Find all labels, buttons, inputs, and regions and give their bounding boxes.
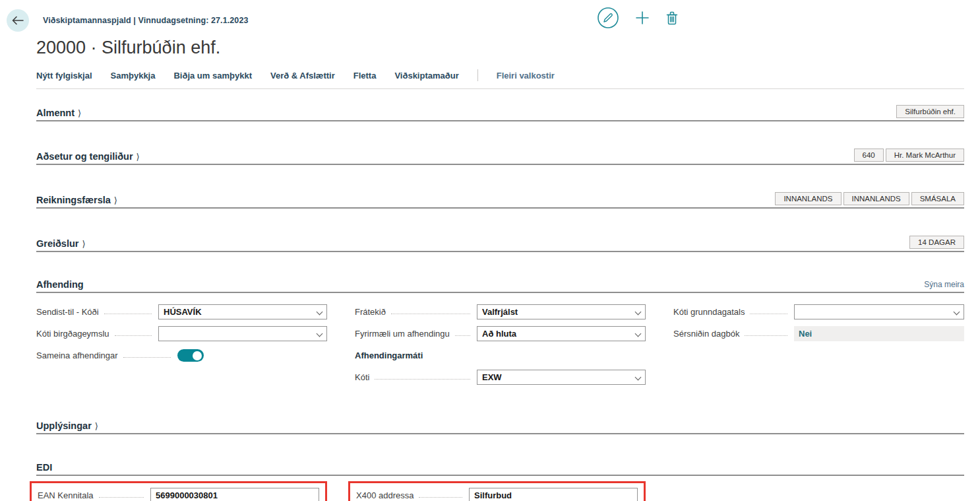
field-ean-kennitala: EAN Kennitala xyxy=(38,488,319,501)
field-sersnidin-dagbok: Sérsniðin dagbók Nei xyxy=(673,326,964,341)
dotted-leader xyxy=(115,327,152,336)
x400-addressa-field[interactable] xyxy=(469,488,638,501)
trash-icon xyxy=(665,11,679,25)
customer-card-page: Viðskiptamannaspjald | Vinnudagsetning: … xyxy=(0,0,980,501)
section-reikningsfaersla: Reikningsfærsla⟩ INNANLANDS INNANLANDS S… xyxy=(36,192,964,209)
highlight-box-ean: EAN Kennitala xyxy=(30,481,327,501)
section-greidslur: Greiðslur⟩ 14 DAGAR xyxy=(36,236,964,252)
menu-more-options[interactable]: Fleiri valkostir xyxy=(497,71,555,81)
chevron-right-icon: ⟩ xyxy=(82,239,85,249)
koti-birgdageymslu-combobox[interactable] xyxy=(158,326,327,341)
sendist-til-kodi-input[interactable] xyxy=(158,304,327,319)
fyrirmaeli-combobox[interactable] xyxy=(477,326,646,341)
chevron-right-icon: ⟩ xyxy=(137,152,140,162)
chevron-right-icon: ⟩ xyxy=(114,195,117,205)
section-upplysingar-header[interactable]: Upplýsingar⟩ xyxy=(36,420,98,431)
koti-grunndagatals-combobox[interactable] xyxy=(794,304,964,319)
chevron-right-icon: ⟩ xyxy=(78,108,81,118)
field-koti-birgdageymslu: Kóti birgðageymslu xyxy=(36,326,327,341)
x400-addressa-input[interactable] xyxy=(469,488,638,501)
field-label: Kóti birgðageymslu xyxy=(36,329,109,339)
field-fratekid: Frátekið xyxy=(355,304,646,319)
breadcrumb: Viðskiptamannaspjald | Vinnudagsetning: … xyxy=(43,16,249,25)
greidslur-summary-badge[interactable]: 14 DAGAR xyxy=(909,236,964,249)
field-fyrirmaeli-um-afhendingu: Fyrirmæli um afhendingu xyxy=(355,326,646,341)
sendist-til-kodi-combobox[interactable] xyxy=(158,304,327,319)
pencil-icon xyxy=(597,7,619,29)
reikningsfaersla-summary-badge-1[interactable]: INNANLANDS xyxy=(775,192,841,205)
dotted-leader xyxy=(123,349,171,358)
adsetur-summary-badge-contact[interactable]: Hr. Mark McArthur xyxy=(886,149,964,162)
menu-item-verd-afslaettir[interactable]: Verð & Afslættir xyxy=(270,71,335,81)
field-koti: Kóti xyxy=(355,370,646,385)
almennt-summary-badge[interactable]: Silfurbúðin ehf. xyxy=(896,105,964,118)
field-label: EAN Kennitala xyxy=(38,490,94,500)
dotted-leader xyxy=(104,305,152,314)
menu-item-nytt-fylgiskjal[interactable]: Nýtt fylgiskjal xyxy=(36,71,92,81)
afhendingarmati-group-label: Afhendingarmáti xyxy=(355,348,646,363)
menu-item-samthykkja[interactable]: Samþykkja xyxy=(111,71,156,81)
delete-button[interactable] xyxy=(665,11,679,25)
field-label: Frátekið xyxy=(355,307,386,317)
section-almennt-header[interactable]: Almennt⟩ xyxy=(36,108,81,118)
section-greidslur-header[interactable]: Greiðslur⟩ xyxy=(36,238,86,249)
afhending-fields: Sendist-til - Kóði Kóti birgðageymslu Sa… xyxy=(36,304,964,391)
fratekid-combobox[interactable] xyxy=(477,304,646,319)
section-edi: EDI xyxy=(36,462,964,476)
section-edi-header[interactable]: EDI xyxy=(36,462,52,473)
dotted-leader xyxy=(391,305,470,314)
page-title: 20000 · Silfurbúðin ehf. xyxy=(36,38,964,58)
highlight-box-x400: X400 addressa xyxy=(348,481,646,501)
section-afhending: Afhending Sýna meira xyxy=(36,279,964,293)
field-sameina-afhendingar: Sameina afhendingar xyxy=(36,348,327,363)
field-label: Fyrirmæli um afhendingu xyxy=(355,329,450,339)
menu-item-vidskiptamadur[interactable]: Viðskiptamaður xyxy=(394,71,458,81)
koti-input[interactable] xyxy=(477,370,646,385)
ean-kennitala-field[interactable] xyxy=(150,488,319,501)
field-koti-grunndagatals: Kóti grunndagatals xyxy=(673,304,964,319)
chevron-right-icon: ⟩ xyxy=(95,421,98,431)
koti-birgdageymslu-input[interactable] xyxy=(158,326,327,341)
fratekid-input[interactable] xyxy=(477,304,646,319)
field-label: Sendist-til - Kóði xyxy=(36,307,99,317)
page-actions xyxy=(597,7,679,29)
toggle-knob xyxy=(193,351,202,360)
ean-kennitala-input[interactable] xyxy=(150,488,319,501)
adsetur-summary-badge-postcode[interactable]: 640 xyxy=(854,149,884,162)
field-label: Kóti grunndagatals xyxy=(673,307,745,317)
section-upplysingar: Upplýsingar⟩ xyxy=(36,420,964,434)
section-afhending-header[interactable]: Afhending xyxy=(36,279,84,290)
section-reikningsfaersla-header[interactable]: Reikningsfærsla⟩ xyxy=(36,195,117,205)
dotted-leader xyxy=(419,488,462,498)
edi-fields: EAN Kennitala X400 addressa xyxy=(36,488,964,501)
new-button[interactable] xyxy=(635,11,650,25)
menu-item-bidja-um-samthykkt[interactable]: Biðja um samþykkt xyxy=(173,71,252,81)
back-button[interactable] xyxy=(7,9,29,32)
reikningsfaersla-summary-badge-2[interactable]: INNANLANDS xyxy=(843,192,909,205)
menu-divider xyxy=(477,69,478,81)
field-sendist-til-kodi: Sendist-til - Kóði xyxy=(36,304,327,319)
fyrirmaeli-input[interactable] xyxy=(477,326,646,341)
top-bar: Viðskiptamannaspjald | Vinnudagsetning: … xyxy=(0,9,964,32)
dotted-leader xyxy=(745,327,787,336)
menu-item-fletta[interactable]: Fletta xyxy=(353,71,377,81)
field-label: Sameina afhendingar xyxy=(36,351,118,360)
field-label: Sérsniðin dagbók xyxy=(673,329,739,339)
dotted-leader xyxy=(750,305,787,314)
field-x400-addressa: X400 addressa xyxy=(356,488,638,501)
action-menu: Nýtt fylgiskjal Samþykkja Biðja um samþy… xyxy=(36,69,964,89)
field-label: X400 addressa xyxy=(356,490,413,500)
koti-combobox[interactable] xyxy=(477,370,646,385)
show-more-link[interactable]: Sýna meira xyxy=(924,280,964,290)
dotted-leader xyxy=(455,327,470,336)
koti-grunndagatals-input[interactable] xyxy=(794,304,964,319)
sameina-afhendingar-toggle[interactable] xyxy=(177,349,204,362)
dotted-leader xyxy=(375,370,470,380)
arrow-left-icon xyxy=(12,16,24,25)
edit-button[interactable] xyxy=(597,7,619,29)
section-adsetur-header[interactable]: Aðsetur og tengiliður⟩ xyxy=(36,151,140,162)
plus-icon xyxy=(635,11,650,25)
dotted-leader xyxy=(99,488,144,498)
reikningsfaersla-summary-badge-3[interactable]: SMÁSALA xyxy=(911,192,964,205)
section-almennt: Almennt⟩ Silfurbúðin ehf. xyxy=(36,105,964,121)
